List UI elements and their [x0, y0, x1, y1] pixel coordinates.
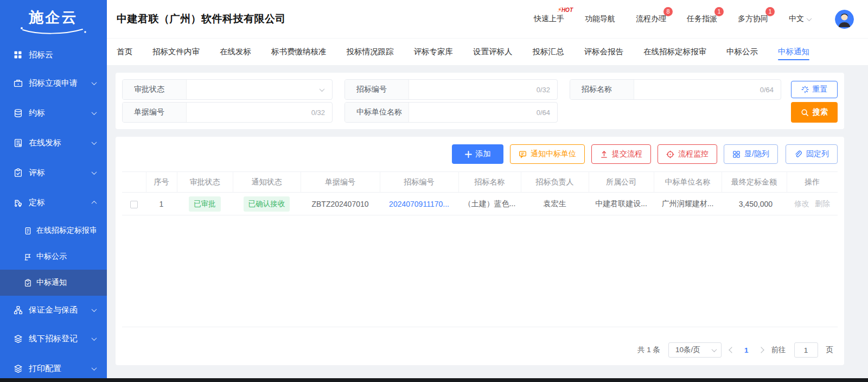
message-icon [519, 150, 527, 158]
action-toolbar: 添加 通知中标单位 提交流程 流程监控 显/隐列 固定列 [122, 142, 838, 171]
edit-link[interactable]: 修改 [794, 199, 809, 208]
chevron-down-icon [92, 110, 97, 115]
search-row-1: 审批状态 招标编号 0/32 招标名称 0/64 重置 [122, 79, 838, 100]
winner-name-field[interactable]: 中标单位名称 0/64 [344, 102, 558, 123]
language-switcher[interactable]: 中文 [789, 14, 811, 24]
clipboard-check-icon [13, 168, 23, 178]
sidebar-item-zhaobiaoyun[interactable]: 招标云 [0, 41, 107, 68]
row-bid-name: （土建）蓝色... [458, 193, 521, 215]
sidebar-subitem-zhongbiao-tongzhi[interactable]: 中标通知 [0, 270, 107, 296]
tab-award-review[interactable]: 在线招标定标报审 [643, 39, 706, 65]
search-button-label: 搜索 [813, 107, 828, 117]
bid-number-input[interactable] [409, 80, 537, 99]
sidebar-item-label: 评标 [29, 168, 92, 178]
tab-evaluation-report[interactable]: 评标会报告 [584, 39, 624, 65]
tab-award-publicity[interactable]: 中标公示 [726, 39, 758, 65]
tab-doc-review[interactable]: 招标文件内审 [152, 39, 200, 65]
show-hide-columns-button[interactable]: 显/隐列 [724, 144, 778, 164]
nav-item-quick-start[interactable]: 快速上手 ⚡HOT [534, 14, 564, 24]
header-manager: 招标负责人 [521, 172, 589, 193]
nav-item-task-assign[interactable]: 任务指派 1 [687, 14, 717, 24]
approval-status-select[interactable] [187, 80, 320, 99]
sidebar-item-label: 在线发标 [29, 138, 92, 148]
tab-online-issue[interactable]: 在线发标 [220, 39, 251, 65]
bid-name-field[interactable]: 招标名称 0/64 [570, 79, 781, 100]
nav-item-process-handle[interactable]: 流程办理 8 [636, 14, 666, 24]
tab-bid-tracking[interactable]: 投标情况跟踪 [347, 39, 394, 65]
notify-winner-label: 通知中标单位 [531, 149, 576, 159]
sidebar-subitem-dingbiao-baoshen[interactable]: 在线招标定标报审 [0, 218, 107, 244]
prev-page-button[interactable] [729, 347, 735, 353]
chevron-down-icon [320, 86, 325, 92]
pin-columns-button[interactable]: 固定列 [786, 144, 838, 164]
sidebar-item-label: 定标 [29, 198, 92, 208]
sidebar-item-dayin[interactable]: 打印配置 [0, 354, 107, 378]
tab-fee-approval[interactable]: 标书费缴纳核准 [271, 39, 327, 65]
goto-label: 前往 [771, 345, 786, 355]
tab-set-evaluators[interactable]: 设置评标人 [473, 39, 513, 65]
bid-name-input[interactable] [634, 80, 760, 99]
row-winner: 广州润耀建材... [654, 193, 722, 215]
submit-process-label: 提交流程 [612, 149, 642, 159]
row-notify-status: 已确认接收 [233, 193, 301, 215]
next-page-button[interactable] [758, 347, 764, 353]
chevron-down-icon [712, 347, 717, 352]
nav-item-function-nav[interactable]: 功能导航 [585, 14, 615, 24]
app-logo[interactable]: 施企云 [0, 0, 107, 39]
row-company: 中建君联建设... [589, 193, 654, 215]
sidebar-item-dingbiao[interactable]: 定标 [0, 188, 107, 218]
reset-button[interactable]: 重置 [791, 81, 838, 98]
sidebar-item-baozhengjin[interactable]: 保证金与保函 [0, 296, 107, 324]
sidebar-subitem-zhongbiao-gongshi[interactable]: 中标公示 [0, 244, 107, 270]
nav-item-label: 功能导航 [585, 14, 615, 23]
search-button[interactable]: 搜索 [791, 102, 838, 123]
header-approval-status: 审批状态 [177, 172, 233, 193]
process-monitor-button[interactable]: 流程监控 [658, 144, 717, 164]
sidebar-item-zaixianfabiao[interactable]: 在线发标 [0, 128, 107, 158]
top-nav: 快速上手 ⚡HOT 功能导航 流程办理 8 任务指派 1 多方协同 1 中文 [534, 10, 854, 29]
tab-award-notice[interactable]: 中标通知 [778, 39, 809, 65]
logo-swoosh-icon [18, 27, 89, 36]
tab-home[interactable]: 首页 [117, 39, 132, 65]
winner-name-input[interactable] [409, 103, 537, 122]
row-manager: 袁宏生 [521, 193, 589, 215]
notify-status-badge: 已确认接收 [244, 196, 290, 212]
table-header: 序号 审批状态 通知状态 单据编号 招标编号 招标名称 招标负责人 所属公司 中… [122, 172, 838, 193]
bid-number-field[interactable]: 招标编号 0/32 [344, 79, 558, 100]
submit-process-button[interactable]: 提交流程 [591, 144, 651, 164]
bid-number-link[interactable]: 2024070911170... [389, 200, 449, 208]
search-row-2: 单据编号 0/32 中标单位名称 0/64 搜索 [122, 102, 838, 123]
sidebar-item-label: 招标立项申请 [29, 78, 92, 88]
goto-page-input[interactable] [794, 342, 818, 358]
tab-bar: 首页 招标文件内审 在线发标 标书费缴纳核准 投标情况跟踪 评标专家库 设置评标… [107, 38, 868, 65]
total-count: 共 1 条 [637, 345, 660, 355]
char-counter: 0/32 [311, 109, 332, 117]
reset-button-label: 重置 [813, 85, 828, 94]
sidebar-item-lixiang[interactable]: 招标立项申请 [0, 68, 107, 98]
notify-winner-button[interactable]: 通知中标单位 [510, 144, 585, 164]
sidebar-item-yuebiao[interactable]: 约标 [0, 98, 107, 128]
header-checkbox-cell [122, 172, 146, 193]
doc-number-input[interactable] [187, 103, 311, 122]
approval-status-field[interactable]: 审批状态 [122, 79, 333, 100]
char-counter: 0/64 [760, 86, 781, 94]
sidebar-item-pingbiao[interactable]: 评标 [0, 158, 107, 188]
search-panel: 审批状态 招标编号 0/32 招标名称 0/64 重置 单据编号 [116, 73, 844, 129]
paperclip-icon [794, 150, 802, 158]
doc-number-field[interactable]: 单据编号 0/32 [122, 102, 333, 123]
pagination: 共 1 条 10条/页 1 前往 页 [122, 342, 838, 358]
tab-expert-pool[interactable]: 评标专家库 [414, 39, 454, 65]
chevron-down-icon [92, 80, 97, 85]
sidebar-item-xianxia[interactable]: 线下招标登记 [0, 324, 107, 354]
current-page[interactable]: 1 [742, 346, 751, 354]
nav-item-collaboration[interactable]: 多方协同 1 [738, 14, 768, 24]
org-chart-icon [13, 305, 23, 315]
delete-link[interactable]: 删除 [815, 199, 830, 208]
nav-item-label: 快速上手 [534, 14, 564, 23]
tab-bid-summary[interactable]: 投标汇总 [533, 39, 564, 65]
add-button[interactable]: 添加 [452, 144, 503, 164]
page-size-select[interactable]: 10条/页 [668, 342, 722, 358]
header-amount: 最终定标金额 [722, 172, 787, 193]
user-avatar[interactable] [835, 10, 854, 29]
row-checkbox[interactable] [130, 201, 138, 208]
